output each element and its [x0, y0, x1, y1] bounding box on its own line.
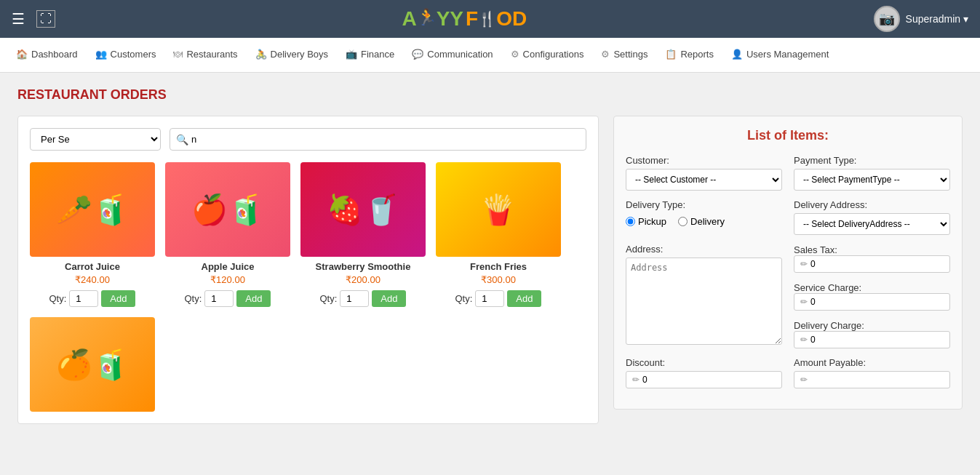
- product-image-strawberry-smoothie: 🍓🥤: [300, 162, 426, 257]
- avatar: 📷: [874, 6, 900, 32]
- customer-label: Customer:: [626, 155, 782, 166]
- restaurants-icon: 🍽: [173, 49, 183, 60]
- expand-icon[interactable]: ⛶: [36, 10, 55, 28]
- delivery-charge-label: Delivery Charge:: [794, 320, 864, 331]
- amount-payable-input-wrapper: ✏: [794, 371, 950, 388]
- product-qty-row-apple-juice: Qty: Add: [185, 290, 271, 307]
- search-input[interactable]: [191, 134, 580, 145]
- delivery-charge-input[interactable]: [810, 335, 944, 345]
- product-qty-row-french-fries: Qty: Add: [455, 290, 542, 307]
- french-fries-emoji: 🍟: [436, 162, 561, 257]
- service-charge-input[interactable]: [810, 297, 944, 307]
- settings-icon: ⚙: [601, 49, 610, 60]
- payment-type-label: Payment Type:: [794, 155, 950, 166]
- delivery-charge-edit-icon: ✏: [800, 335, 808, 345]
- search-icon: 🔍: [176, 134, 188, 145]
- dashboard-icon: 🏠: [16, 49, 28, 60]
- discount-group: Discount: ✏: [626, 357, 782, 388]
- configurations-icon: ⚙: [511, 49, 519, 60]
- discount-edit-icon: ✏: [632, 375, 640, 385]
- header: ☰ ⛶ A 🏃 YY F 🍴 OD 📷 Superadmin: [0, 0, 980, 38]
- payment-type-select[interactable]: -- Select PaymentType --: [794, 169, 950, 191]
- nav-finance-label: Finance: [361, 49, 394, 60]
- product-card-carrot-juice: 🥕🧃 Carrot Juice ₹240.00 Qty: Add: [30, 162, 155, 307]
- finance-icon: 📺: [346, 49, 357, 60]
- nav-finance[interactable]: 📺 Finance: [337, 38, 403, 72]
- nav-settings[interactable]: ⚙ Settings: [592, 38, 656, 72]
- product-name-apple-juice: Apple Juice: [202, 261, 255, 272]
- qty-input-strawberry-smoothie[interactable]: [340, 290, 369, 307]
- qty-label-strawberry-smoothie: Qty:: [320, 293, 338, 304]
- main-nav: 🏠 Dashboard 👥 Customers 🍽 Restaurants 🚴 …: [0, 38, 980, 73]
- delivery-radio-label[interactable]: Delivery: [678, 216, 725, 227]
- address-textarea[interactable]: [626, 258, 782, 345]
- delivery-type-radios: Pickup Delivery: [626, 216, 782, 227]
- nav-configurations-label: Configurations: [523, 49, 584, 60]
- nav-reports[interactable]: 📋 Reports: [656, 38, 722, 72]
- nav-communication[interactable]: 💬 Communication: [403, 38, 501, 72]
- pickup-label: Pickup: [638, 216, 666, 227]
- logo-ayy: A: [402, 7, 416, 31]
- qty-input-french-fries[interactable]: [475, 290, 504, 307]
- customer-group: Customer: -- Select Customer --: [626, 155, 782, 191]
- nav-configurations[interactable]: ⚙ Configurations: [502, 38, 593, 72]
- qty-input-apple-juice[interactable]: [204, 290, 234, 307]
- nav-dashboard-label: Dashboard: [31, 49, 78, 60]
- customers-icon: 👥: [95, 49, 107, 60]
- search-wrapper: 🔍: [170, 128, 586, 151]
- nav-communication-label: Communication: [427, 49, 493, 60]
- users-management-icon: 👤: [731, 49, 743, 60]
- nav-dashboard[interactable]: 🏠 Dashboard: [7, 38, 87, 72]
- delivery-radio[interactable]: [678, 217, 688, 226]
- user-menu[interactable]: Superadmin: [906, 13, 968, 25]
- nav-customers-label: Customers: [111, 49, 156, 60]
- add-button-apple-juice[interactable]: Add: [236, 290, 271, 307]
- pickup-radio[interactable]: [626, 217, 635, 226]
- logo-yy: YY: [437, 7, 463, 31]
- product-image-carrot-juice: 🥕🧃: [30, 162, 155, 257]
- product-price-apple-juice: ₹120.00: [210, 274, 245, 285]
- sales-tax-label: Sales Tax:: [794, 244, 837, 255]
- amount-payable-edit-icon: ✏: [800, 375, 808, 385]
- add-button-carrot-juice[interactable]: Add: [101, 290, 135, 307]
- nav-restaurants[interactable]: 🍽 Restaurants: [164, 38, 246, 72]
- logo-od: OD: [496, 7, 527, 31]
- communication-icon: 💬: [412, 49, 423, 60]
- customer-select[interactable]: -- Select Customer --: [626, 169, 782, 191]
- customer-payment-row: Customer: -- Select Customer -- Payment …: [626, 155, 950, 191]
- delivery-type-label: Delivery Type:: [626, 199, 782, 210]
- sort-select[interactable]: Per Se Name A-Z Name Z-A Price Low-High …: [30, 128, 161, 151]
- qty-label-apple-juice: Qty:: [185, 293, 202, 304]
- sales-tax-input-wrapper: ✏: [794, 255, 950, 273]
- sales-tax-input[interactable]: [810, 259, 944, 269]
- hamburger-icon[interactable]: ☰: [12, 10, 25, 28]
- nav-users-management[interactable]: 👤 Users Management: [722, 38, 837, 72]
- orange-juice-emoji: 🍊🧃: [30, 317, 155, 412]
- product-name-french-fries: French Fries: [470, 261, 527, 272]
- nav-customers[interactable]: 👥 Customers: [87, 38, 165, 72]
- strawberry-smoothie-emoji: 🍓🥤: [300, 162, 426, 257]
- nav-delivery-boys[interactable]: 🚴 Delivery Boys: [247, 38, 337, 72]
- product-card-orange-juice: 🍊🧃: [30, 317, 155, 412]
- header-left: ☰ ⛶: [12, 10, 55, 28]
- add-button-strawberry-smoothie[interactable]: Add: [372, 290, 406, 307]
- add-button-french-fries[interactable]: Add: [507, 290, 541, 307]
- amount-payable-input[interactable]: [810, 375, 944, 385]
- camera-icon: 📷: [879, 11, 895, 27]
- panel-title: List of Items:: [626, 128, 950, 143]
- qty-input-carrot-juice[interactable]: [69, 290, 98, 307]
- logo-f: F: [466, 7, 478, 31]
- product-card-strawberry-smoothie: 🍓🥤 Strawberry Smoothie ₹200.00 Qty: Add: [300, 162, 426, 307]
- content-wrapper: Per Se Name A-Z Name Z-A Price Low-High …: [17, 116, 963, 424]
- discount-input-wrapper: ✏: [626, 371, 782, 388]
- pickup-radio-label[interactable]: Pickup: [626, 216, 666, 227]
- discount-input[interactable]: [642, 375, 776, 385]
- logo: A 🏃 YY F 🍴 OD: [402, 7, 527, 31]
- delivery-row: Delivery Type: Pickup Delivery Delivery: [626, 199, 950, 235]
- product-image-apple-juice: 🍎🧃: [165, 162, 290, 257]
- logo-runner-icon: 🏃: [417, 8, 437, 27]
- delivery-address-select[interactable]: -- Select DeliveryAddress --: [794, 213, 950, 235]
- delivery-type-group: Delivery Type: Pickup Delivery: [626, 199, 782, 235]
- page-title: RESTAURANT ORDERS: [17, 87, 963, 103]
- product-price-carrot-juice: ₹240.00: [75, 274, 110, 285]
